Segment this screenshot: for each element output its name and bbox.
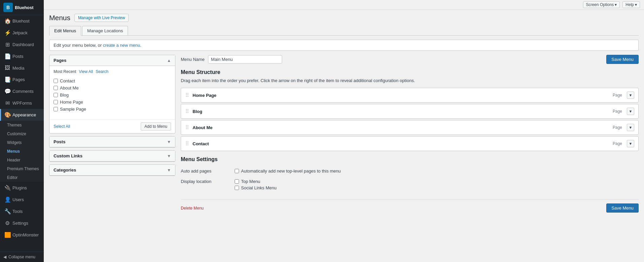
comments-icon: 💬 — [4, 88, 10, 95]
menu-item-expand[interactable]: ▼ — [627, 91, 634, 99]
sidebar-item-posts[interactable]: 📄 Posts — [0, 50, 44, 62]
notice-bar: Edit your menu below, or create a new me… — [49, 40, 639, 51]
sidebar-item-menus[interactable]: Menus — [0, 147, 44, 156]
about-me-label: About Me — [60, 85, 79, 90]
auto-add-checkbox[interactable] — [235, 169, 239, 173]
sidebar-item-label: WPForms — [12, 101, 32, 106]
sidebar-item-label: OptinMonster — [12, 232, 39, 237]
accordion-posts: Posts ▼ — [49, 136, 175, 148]
sidebar-item-label: Media — [12, 66, 24, 71]
delete-menu-link[interactable]: Delete Menu — [181, 206, 204, 211]
content-area: Menus Manage with Live Preview Edit Menu… — [44, 10, 644, 262]
themes-label: Themes — [7, 123, 22, 127]
sidebar-item-label: Users — [12, 197, 24, 202]
drag-handle[interactable]: ⠿ — [185, 141, 189, 147]
sidebar-item-label: Bluehost — [12, 18, 30, 24]
list-item: Home Page — [54, 99, 171, 106]
sidebar-item-themes[interactable]: Themes — [0, 121, 44, 129]
menu-item-expand[interactable]: ▼ — [627, 140, 634, 147]
pages-tabs: Most Recent View All Search — [54, 69, 171, 74]
drag-handle[interactable]: ⠿ — [185, 108, 189, 115]
contact-checkbox[interactable] — [54, 79, 58, 83]
tab-edit-menus[interactable]: Edit Menus — [49, 26, 81, 36]
sidebar-item-settings[interactable]: ⚙ Settings — [0, 217, 44, 229]
home-page-checkbox[interactable] — [54, 100, 58, 104]
save-menu-button-top[interactable]: Save Menu — [606, 55, 639, 64]
users-icon: 👤 — [4, 196, 10, 203]
accordion-pages-chevron: ▲ — [167, 58, 171, 63]
pages-tab-search[interactable]: Search — [96, 69, 108, 74]
sidebar-item-bluehost[interactable]: 🏠 Bluehost — [0, 15, 44, 27]
menu-footer: Delete Menu Save Menu — [181, 199, 639, 213]
help-button[interactable]: Help ▾ — [622, 1, 640, 8]
menu-item-type: Page — [613, 93, 622, 98]
sidebar-item-jetpack[interactable]: ⚡ Jetpack — [0, 27, 44, 39]
top-menu-row: Top Menu — [235, 179, 639, 184]
drag-handle[interactable]: ⠿ — [185, 124, 189, 131]
sidebar-item-header[interactable]: Header — [0, 156, 44, 164]
sidebar-item-appearance[interactable]: 🎨 Appearance — [0, 109, 44, 121]
sidebar-item-editor[interactable]: Editor — [0, 173, 44, 182]
sidebar-item-optinmonster[interactable]: 🟧 OptinMonster — [0, 229, 44, 241]
menu-name-input[interactable] — [208, 55, 282, 64]
sidebar-item-tools[interactable]: 🔧 Tools — [0, 205, 44, 217]
plugins-icon: 🔌 — [4, 185, 10, 191]
sidebar-item-dashboard[interactable]: ⊞ Dashboard — [0, 39, 44, 50]
social-links-label: Social Links Menu — [241, 185, 277, 190]
sidebar-item-media[interactable]: 🖼 Media — [0, 62, 44, 74]
menu-item-expand[interactable]: ▼ — [627, 108, 634, 115]
accordion-custom-links: Custom Links ▼ — [49, 150, 175, 162]
sidebar-item-premium-themes[interactable]: Premium Themes — [0, 164, 44, 173]
screen-options-button[interactable]: Screen Options ▾ — [583, 1, 620, 8]
accordion-custom-links-header[interactable]: Custom Links ▼ — [49, 151, 175, 161]
page-header: Menus Manage with Live Preview — [49, 14, 639, 22]
blog-checkbox[interactable] — [54, 93, 58, 97]
dashboard-icon: ⊞ — [4, 41, 10, 48]
social-links-checkbox[interactable] — [235, 186, 239, 190]
menu-item-expand[interactable]: ▼ — [627, 124, 634, 131]
appearance-submenu: Themes Customize Widgets Menus Header Pr… — [0, 121, 44, 182]
bluehost-nav-icon: 🏠 — [4, 18, 10, 24]
sidebar-item-comments[interactable]: 💬 Comments — [0, 85, 44, 97]
sidebar-item-customize[interactable]: Customize — [0, 129, 44, 138]
menu-item-title: About Me — [193, 125, 609, 130]
accordion-categories-header[interactable]: Categories ▼ — [49, 165, 175, 176]
add-to-menu-button[interactable]: Add to Menu — [141, 122, 171, 130]
accordion-pages-header[interactable]: Pages ▲ — [49, 55, 175, 66]
premium-themes-label: Premium Themes — [7, 166, 39, 171]
accordion-posts-header[interactable]: Posts ▼ — [49, 137, 175, 147]
sample-page-label: Sample Page — [60, 107, 86, 112]
sidebar-item-pages[interactable]: 📑 Pages — [0, 74, 44, 85]
pages-tab-most-recent[interactable]: Most Recent — [54, 69, 76, 74]
bluehost-icon: B — [3, 3, 13, 12]
accordion-pages-body: Most Recent View All Search Contact — [49, 66, 175, 119]
create-new-menu-link[interactable]: create a new menu — [103, 43, 140, 48]
menu-item-type: Page — [613, 125, 622, 130]
save-menu-button-bottom[interactable]: Save Menu — [606, 203, 639, 213]
sidebar-item-label: Pages — [12, 77, 25, 82]
sidebar-logo: B Bluehost — [0, 0, 44, 15]
settings-row-display: Display location Top Menu Social Links M… — [181, 177, 639, 194]
media-icon: 🖼 — [4, 65, 10, 71]
menu-item-type: Page — [613, 141, 622, 146]
live-preview-button[interactable]: Manage with Live Preview — [74, 14, 129, 22]
menu-item-title: Blog — [193, 109, 609, 114]
blog-label: Blog — [60, 92, 69, 98]
accordion-pages-title: Pages — [54, 58, 66, 63]
collapse-menu[interactable]: ◀ Collapse menu — [0, 252, 44, 262]
top-menu-checkbox[interactable] — [235, 179, 239, 184]
sidebar-item-widgets[interactable]: Widgets — [0, 138, 44, 147]
sidebar-item-users[interactable]: 👤 Users — [0, 194, 44, 205]
main-content: Screen Options ▾ Help ▾ Menus Manage wit… — [44, 0, 644, 262]
tab-manage-locations[interactable]: Manage Locations — [82, 26, 128, 35]
sidebar-item-plugins[interactable]: 🔌 Plugins — [0, 182, 44, 194]
pages-tab-view-all[interactable]: View All — [79, 69, 93, 74]
select-all-link[interactable]: Select All — [54, 124, 70, 129]
auto-add-row: Automatically add new top-level pages to… — [235, 169, 639, 174]
drag-handle[interactable]: ⠿ — [185, 92, 189, 99]
sample-page-checkbox[interactable] — [54, 107, 58, 111]
sidebar-item-wpforms[interactable]: ✉ WPForms — [0, 97, 44, 109]
display-location-label: Display location — [181, 177, 235, 194]
menu-item-home-page: ⠿ Home Page Page ▼ — [181, 88, 639, 103]
about-me-checkbox[interactable] — [54, 86, 58, 90]
